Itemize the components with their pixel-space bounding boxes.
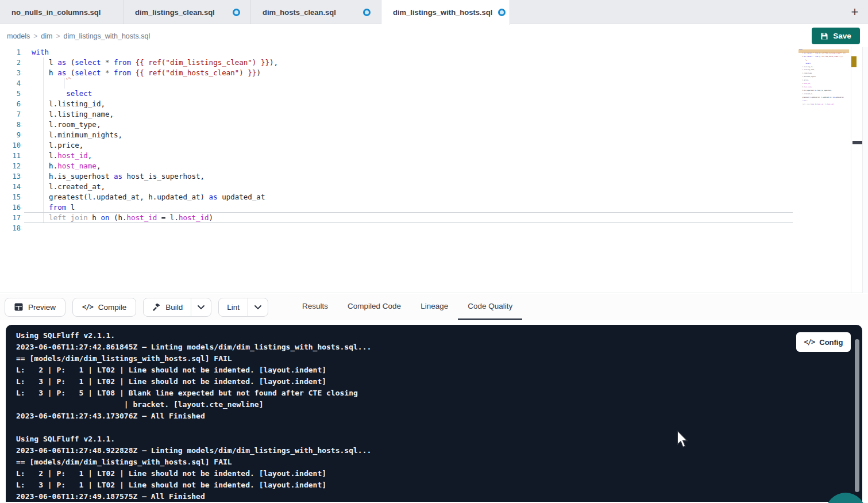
preview-button-label: Preview [28,303,56,312]
editor-scrollbar-track[interactable] [862,47,868,293]
line-number: 18 [0,223,21,233]
panel-tab-lineage[interactable]: Lineage [411,294,458,320]
lint-button[interactable]: Lint [219,298,248,316]
code-line[interactable]: 11 l.host_id, [0,151,798,161]
code-line[interactable]: 1with [0,47,798,57]
preview-button[interactable]: Preview [5,298,65,317]
save-button-label: Save [833,32,851,40]
terminal-line: L: 2 | P: 1 | LT02 | Line should not be … [16,468,862,479]
terminal-line: | bracket. [layout.cte_newline] [16,399,862,410]
overview-ruler-cursor-marker [852,141,862,144]
line-number: 6 [0,99,21,109]
lint-split-button: Lint [218,298,268,317]
file-tab[interactable]: dim_hosts_clean.sql [251,0,381,24]
unsaved-changes-dot-icon[interactable] [233,9,240,16]
breadcrumb-separator-icon: > [53,32,62,40]
file-tab[interactable]: no_nulls_in_columns.sql [0,0,124,24]
terminal-line: Using SQLFluff v2.1.1. [16,433,862,445]
terminal-line: 2023-06-06T11:27:49.187575Z — All Finish… [16,491,862,502]
config-button[interactable]: </> Config [796,332,851,352]
unsaved-changes-dot-icon[interactable] [498,9,506,16]
lint-output-terminal[interactable]: Using SQLFluff v2.1.1.2023-06-06T11:27:4… [6,325,862,502]
code-line[interactable]: 8 l.room_type, [0,120,798,130]
code-line[interactable]: 18 [0,223,798,233]
terminal-line: Using SQLFluff v2.1.1. [16,330,862,341]
code-line[interactable]: 10 l.price, [0,140,798,151]
action-toolbar: Preview </> Compile Build Lint Resu [0,294,868,320]
code-line[interactable]: 14 l.created_at, [0,182,798,192]
code-line[interactable]: 4 [0,78,798,89]
breadcrumb-separator-icon: > [31,32,40,40]
line-number: 8 [0,120,21,130]
line-number: 1 [0,47,21,57]
line-number: 14 [0,182,21,192]
code-line[interactable]: 7 l.listing_name, [0,109,798,120]
panel-tab-code-quality[interactable]: Code Quality [458,294,522,320]
breadcrumb-row: models>dim>dim_listings_with_hosts.sql S… [0,25,868,47]
build-dropdown-button[interactable] [191,298,211,316]
line-number: 15 [0,192,21,202]
lint-button-label: Lint [227,303,240,312]
overview-ruler-divider [851,47,851,293]
code-line[interactable]: 13 h.is_superhost as host_is_superhost, [0,171,798,182]
code-lines: 1with2 l as (select * from {{ ref("dim_l… [0,47,798,233]
editor-tab-bar: no_nulls_in_columns.sqldim_listings_clea… [0,0,868,24]
terminal-line [16,422,862,433]
terminal-line: == [models/dim/dim_listings_with_hosts.s… [16,353,862,364]
panel-tabs: ResultsCompiled CodeLineageCode Quality [292,294,522,320]
breadcrumb-item[interactable]: dim [40,32,53,40]
line-number: 12 [0,161,21,171]
line-number: 11 [0,151,21,161]
save-button[interactable]: Save [812,28,860,44]
save-floppy-icon [820,32,828,40]
terminal-output: Using SQLFluff v2.1.1.2023-06-06T11:27:4… [6,325,862,502]
terminal-line: == [models/dim/dim_listings_with_hosts.s… [16,456,862,468]
build-button[interactable]: Build [144,298,191,316]
config-button-label: Config [819,338,843,347]
code-line[interactable]: 3 h as (select * from {{ ref("dim_hosts_… [0,68,798,78]
code-line[interactable]: 9 l.minimum_nights, [0,130,798,140]
overview-ruler-modified-marker [851,56,857,67]
file-tab[interactable]: dim_listings_clean.sql [124,0,251,24]
compile-button-label: Compile [98,303,127,312]
line-number: 13 [0,171,21,182]
panel-tab-compiled-code[interactable]: Compiled Code [338,294,411,320]
line-number: 3 [0,68,21,78]
code-line[interactable]: 5 select [0,89,798,99]
code-line[interactable]: 16 from l [0,202,798,213]
terminal-line: 2023-06-06T11:27:48.922828Z — Linting mo… [16,445,862,456]
line-number: 7 [0,109,21,120]
file-tab-label: no_nulls_in_columns.sql [11,8,101,17]
preview-table-icon [14,303,23,311]
build-button-label: Build [165,303,183,312]
code-line[interactable]: 6 l.listing_id, [0,99,798,109]
breadcrumb: models>dim>dim_listings_with_hosts.sql [6,25,151,47]
file-tab-label: dim_listings_clean.sql [135,8,215,17]
file-tab-label: dim_hosts_clean.sql [263,8,336,17]
breadcrumb-item[interactable]: models [6,32,31,40]
file-tab[interactable]: dim_listings_with_hosts.sql [381,0,510,25]
code-line[interactable]: 17 left join h on (h.host_id = l.host_id… [0,213,798,223]
terminal-line: L: 3 | P: 1 | LT02 | Line should not be … [16,376,862,387]
line-number: 10 [0,140,21,151]
code-line[interactable]: 12 h.host_name, [0,161,798,171]
line-number: 4 [0,78,21,89]
unsaved-changes-dot-icon[interactable] [363,9,371,16]
compile-button[interactable]: </> Compile [72,298,136,317]
lint-dropdown-button[interactable] [248,298,268,316]
build-split-button: Build [143,298,211,317]
hammer-icon [152,303,160,312]
new-tab-button[interactable]: + [845,0,865,24]
chevron-down-icon [254,305,261,309]
breadcrumb-item[interactable]: dim_listings_with_hosts.sql [62,32,151,40]
line-number: 5 [0,89,21,99]
editor-minimap[interactable]: with l as (select * from {{ ref("dim_lis… [799,48,850,120]
code-line[interactable]: 2 l as (select * from {{ ref("dim_listin… [0,57,798,68]
panel-tab-results[interactable]: Results [292,294,338,320]
terminal-scrollbar[interactable] [855,339,859,492]
code-brackets-icon: </> [804,338,815,346]
code-editor[interactable]: 1with2 l as (select * from {{ ref("dim_l… [0,47,868,293]
terminal-line: L: 2 | P: 1 | LT02 | Line should not be … [16,364,862,376]
terminal-line: 2023-06-06T11:27:42.861845Z — Linting mo… [16,341,862,353]
code-line[interactable]: 15 greatest(l.updated_at, h.updated_at) … [0,192,798,202]
